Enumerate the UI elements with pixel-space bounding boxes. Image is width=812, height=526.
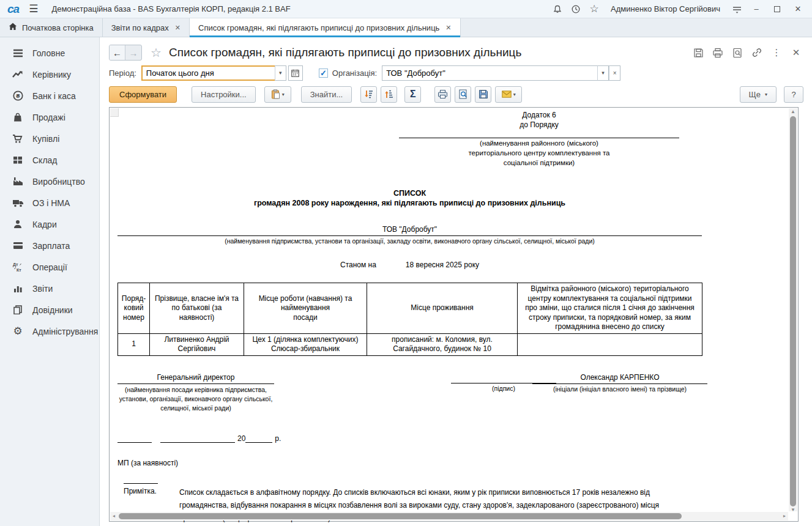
- sidebar-item-reports[interactable]: Звіти: [0, 278, 99, 299]
- cell-name: Литвиненко Андрій Сергійович: [150, 333, 244, 355]
- page-title: Список громадян, які підлягають приписці…: [169, 46, 521, 59]
- close-window-button[interactable]: ✕: [789, 2, 807, 16]
- sum-button[interactable]: Σ: [404, 86, 421, 103]
- org-checkbox[interactable]: ✓: [319, 69, 328, 78]
- sidebar-item-operations[interactable]: ДтКт Операції: [0, 256, 99, 278]
- scroll-down-icon[interactable]: ▼: [789, 506, 797, 514]
- main-menu-icon[interactable]: ☰: [29, 2, 38, 15]
- signature-name-block: Олександр КАРПЕНКО (ініціали (ініціал вл…: [532, 373, 707, 393]
- col-header-mark: Відмітка районного (міського) територіал…: [518, 283, 702, 334]
- sidebar-item-main[interactable]: Головне: [0, 42, 99, 64]
- sort-descending-button[interactable]: [360, 86, 377, 103]
- document: Додаток 6 до Порядку (найменування район…: [117, 110, 702, 526]
- grid-icon: [11, 155, 24, 166]
- sidebar-item-bank[interactable]: ₴ Банк і каса: [0, 85, 99, 106]
- cell-residence: прописаний: м. Коломия, вул. Сагайдачног…: [367, 333, 518, 355]
- tab-home[interactable]: Початкова сторінка: [0, 18, 103, 37]
- truck-icon: [11, 198, 24, 209]
- sidebar-item-directories[interactable]: Довідники: [0, 299, 99, 320]
- generate-button[interactable]: Сформувати: [109, 86, 177, 103]
- org-clear-icon[interactable]: ×: [609, 65, 620, 81]
- titlebar: ca ☰ Демонстраційна база - BAS Бухгалтер…: [0, 0, 812, 18]
- signature-name-note: (ініціали (ініціал власного імені) та пр…: [532, 385, 707, 393]
- maximize-button[interactable]: [768, 2, 786, 16]
- more-dots-icon[interactable]: ⋮: [769, 45, 784, 60]
- tab-citizen-list[interactable]: Список громадян, які підлягають приписці…: [190, 18, 461, 37]
- trend-icon: [11, 69, 24, 80]
- paste-settings-button[interactable]: ▾: [264, 86, 291, 103]
- service-menu-icon[interactable]: [729, 2, 745, 16]
- scroll-left-icon[interactable]: ◂: [110, 512, 117, 520]
- horizontal-scroll-thumb[interactable]: [119, 513, 682, 519]
- col-header-workplace: Місце роботи (навчання) та найменування …: [244, 283, 367, 334]
- sidebar-item-production[interactable]: Виробництво: [0, 171, 99, 192]
- sidebar-item-salary[interactable]: Зарплата: [0, 235, 99, 256]
- filters-row: Період: ▾ ✓ Організація: ▾ ×: [109, 64, 803, 81]
- sort-ascending-button[interactable]: [381, 86, 397, 103]
- preview-button[interactable]: [455, 86, 471, 103]
- help-button[interactable]: ?: [784, 86, 803, 103]
- org-dropdown-icon[interactable]: ▾: [597, 65, 609, 81]
- hryvnia-coin-icon: ₴: [11, 91, 24, 102]
- print-icon[interactable]: [710, 45, 725, 60]
- print-preview-icon[interactable]: [730, 45, 745, 60]
- appendix-block: Додаток 6 до Порядку (найменування район…: [399, 110, 679, 168]
- send-mail-button[interactable]: ▾: [495, 86, 522, 103]
- tab-home-label: Початкова сторінка: [22, 23, 94, 32]
- envelope-icon: [502, 91, 512, 98]
- period-dropdown-icon[interactable]: ▾: [275, 65, 286, 81]
- tab-hr-reports[interactable]: Звіти по кадрах ✕: [103, 18, 190, 37]
- sidebar-item-manager[interactable]: Керівнику: [0, 64, 99, 85]
- get-link-icon[interactable]: [750, 45, 764, 60]
- sidebar-item-purchases[interactable]: Купівлі: [0, 128, 99, 149]
- gear-icon: ⚙: [11, 326, 24, 337]
- vertical-scrollbar[interactable]: ▲ ▼: [789, 108, 797, 511]
- window-title: Демонстраційна база - BAS Бухгалтерія КО…: [51, 4, 290, 13]
- print-button[interactable]: [434, 86, 451, 103]
- bar-chart-icon: [11, 283, 24, 294]
- sidebar-item-sales[interactable]: Продажі: [0, 106, 99, 128]
- sidebar-item-hr[interactable]: Кадри: [0, 213, 99, 235]
- date-blank-2: [160, 434, 235, 443]
- date-blank-3: [245, 434, 272, 443]
- sidebar-item-administration[interactable]: ⚙ Адміністрування: [0, 320, 99, 342]
- close-form-icon[interactable]: ✕: [789, 45, 803, 60]
- notifications-bell-icon[interactable]: [549, 2, 565, 16]
- sidebar-item-warehouse[interactable]: Склад: [0, 149, 99, 171]
- horizontal-scrollbar[interactable]: ◂ ▸: [110, 512, 788, 520]
- favorites-star-icon[interactable]: ☆: [586, 2, 602, 16]
- vertical-scroll-thumb[interactable]: [790, 116, 796, 506]
- period-calendar-icon[interactable]: [288, 65, 303, 81]
- as-of-line: Станом на18 вересня 2025 року: [117, 261, 702, 269]
- period-input[interactable]: [143, 67, 275, 80]
- sidebar-item-fixed-assets[interactable]: ОЗ і НМА: [0, 192, 99, 213]
- col-header-number: Поряд- ковий номер: [118, 283, 150, 334]
- settings-button[interactable]: Настройки...: [192, 86, 256, 103]
- tab-citizen-list-close-icon[interactable]: ✕: [445, 24, 451, 32]
- current-user-name[interactable]: Админенко Віктор Сергійович: [611, 4, 720, 13]
- scroll-up-icon[interactable]: ▲: [789, 108, 797, 116]
- history-clock-icon[interactable]: [568, 2, 584, 16]
- tab-hr-reports-label: Звіти по кадрах: [111, 23, 169, 32]
- table-row[interactable]: 1 Литвиненко Андрій Сергійович Цех 1 (ді…: [118, 333, 702, 355]
- minimize-button[interactable]: –: [747, 2, 765, 16]
- back-button[interactable]: ←: [110, 45, 125, 60]
- period-field-wrap: [141, 65, 275, 81]
- scroll-right-icon[interactable]: ▸: [781, 512, 788, 520]
- favorite-star-icon[interactable]: ☆: [151, 45, 162, 60]
- appendix-line: до Порядку: [399, 120, 679, 130]
- appendix-line: Додаток 6: [399, 110, 679, 120]
- find-button[interactable]: Знайти...: [301, 86, 352, 103]
- app-logo-icon: ca: [7, 2, 19, 16]
- signature-name: Олександр КАРПЕНКО: [532, 373, 707, 384]
- org-name: ТОВ "Добробут": [117, 225, 702, 236]
- signature-position-block: Генеральний директор (найменування посад…: [117, 373, 274, 413]
- tab-hr-reports-close-icon[interactable]: ✕: [175, 24, 181, 32]
- org-input[interactable]: [382, 66, 597, 80]
- save-icon[interactable]: [691, 45, 706, 60]
- more-button[interactable]: Ще ▾: [740, 86, 777, 103]
- svg-text:₴: ₴: [16, 92, 20, 99]
- forward-button[interactable]: →: [125, 45, 141, 60]
- save-button[interactable]: [475, 86, 491, 103]
- tab-citizen-list-label: Список громадян, які підлягають приписці…: [198, 23, 439, 32]
